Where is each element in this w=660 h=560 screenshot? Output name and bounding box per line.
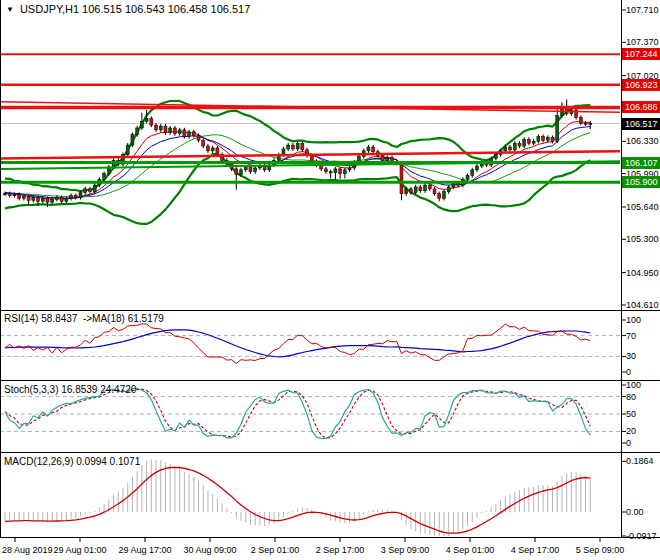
stoch-axis-label: 0: [626, 438, 631, 448]
time-axis-label: 29 Aug 01:00: [53, 545, 106, 555]
time-axis-label: 5 Sep 09:00: [576, 545, 625, 555]
time-axis-label: 29 Aug 17:00: [118, 545, 171, 555]
price-axis-badge: 107.244: [622, 48, 660, 60]
macd-label: MACD(12,26,9) 0.0994 0.1071: [4, 456, 140, 467]
time-axis-label: 2 Sep 01:00: [251, 545, 300, 555]
time-axis-label: 2 Sep 17:00: [316, 545, 365, 555]
price-axis-label: 107.370: [626, 37, 659, 47]
price-axis-badge: 106.107: [622, 157, 660, 169]
price-axis-label: 105.300: [626, 234, 659, 244]
chart-title: USDJPY,H1 106.515 106.543 106.458 106.51…: [20, 3, 250, 15]
time-axis-label: 3 Sep 09:00: [381, 545, 430, 555]
rsi-axis-label: 100: [626, 315, 641, 325]
price-axis-badge: 106.686: [622, 101, 660, 113]
chart-title-bar: ▼ USDJPY,H1 106.515 106.543 106.458 106.…: [6, 3, 250, 15]
stoch-axis-label: 50: [626, 409, 636, 419]
price-axis-label: 104.950: [626, 268, 659, 278]
price-axis-badge: 105.900: [622, 176, 660, 188]
rsi-axis-label: 70: [626, 331, 636, 341]
rsi-axis-label: 0: [626, 367, 631, 377]
macd-axis-label: -0.0917: [626, 531, 657, 541]
macd-axis-label: 0.00: [626, 507, 644, 517]
price-axis-label: 106.330: [626, 136, 659, 146]
price-axis-badge: 106.517: [622, 118, 660, 130]
price-axis-badge: 106.923: [622, 79, 660, 91]
time-axis-label: 4 Sep 01:00: [446, 545, 495, 555]
chart-canvas[interactable]: [0, 0, 660, 560]
time-axis-label: 28 Aug 2019: [2, 545, 53, 555]
time-axis-label: 30 Aug 09:00: [183, 545, 236, 555]
price-axis-label: 107.710: [626, 5, 659, 15]
time-axis-label: 4 Sep 17:00: [511, 545, 560, 555]
macd-axis-label: 0.1864: [626, 456, 654, 466]
stoch-label: Stoch(5,3,3) 16.8539 24.4720: [4, 384, 136, 395]
rsi-label: RSI(14) 58.8437 ->MA(18) 61.5179: [4, 313, 164, 324]
stoch-axis-label: 100: [626, 380, 641, 390]
symbol-marker-icon[interactable]: ▼: [6, 4, 14, 15]
rsi-axis-label: 30: [626, 351, 636, 361]
price-axis-label: 105.640: [626, 202, 659, 212]
price-axis-label: 104.610: [626, 300, 659, 310]
stoch-axis-label: 80: [626, 392, 636, 402]
chart-window: ▼ USDJPY,H1 106.515 106.543 106.458 106.…: [0, 0, 660, 560]
stoch-axis-label: 20: [626, 426, 636, 436]
